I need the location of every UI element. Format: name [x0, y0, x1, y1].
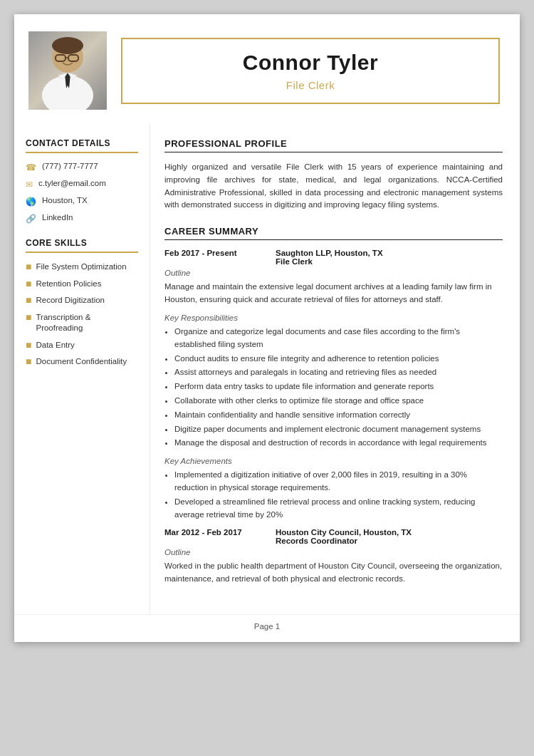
skills-section-title: CORE SKILLS [26, 238, 138, 253]
list-item: Collaborate with other clerks to optimiz… [174, 395, 503, 408]
resume-page: Connor Tyler File Clerk CONTACT DETAILS … [14, 14, 520, 642]
skill-bullet-icon: ■ [26, 356, 31, 367]
job-dates-1: Feb 2017 - Present [164, 249, 264, 266]
job-role-1: File Clerk [276, 257, 313, 266]
skill-bullet-icon: ■ [26, 312, 31, 323]
skill-6: ■ Document Confidentiality [26, 356, 138, 368]
job-employer-2: Houston City Council, Houston, TX [276, 528, 412, 537]
page-footer: Page 1 [14, 614, 520, 642]
profile-section-title: PROFESSIONAL PROFILE [164, 138, 503, 152]
job-dates-2: Mar 2012 - Feb 2017 [164, 528, 264, 545]
list-item: Developed a streamlined file retrieval p… [174, 496, 503, 522]
skill-text: Data Entry [36, 340, 74, 351]
skill-5: ■ Data Entry [26, 340, 138, 351]
header-title-box: Connor Tyler File Clerk [121, 38, 500, 104]
job-outline-1: Manage and maintain the extensive legal … [164, 281, 503, 306]
list-item: Assist attorneys and paralegals in locat… [174, 366, 503, 379]
skill-text: File System Optimization [36, 262, 126, 273]
skill-2: ■ Retention Policies [26, 279, 138, 290]
avatar [28, 31, 107, 110]
list-item: Digitize paper documents and implement e… [174, 423, 503, 436]
achievements-list-1: Implemented a digitization initiative of… [164, 469, 503, 521]
email-icon: ✉ [26, 180, 33, 190]
phone-icon: ☎ [26, 162, 36, 172]
email-text: c.tyler@email.com [38, 179, 106, 187]
list-item: Implemented a digitization initiative of… [174, 469, 503, 494]
list-item: Organize and categorize legal documents … [174, 326, 503, 351]
list-item: Manage the disposal and destruction of r… [174, 437, 503, 450]
job-header-2: Mar 2012 - Feb 2017 Houston City Council… [164, 528, 503, 545]
job-info-1: Saughton LLP, Houston, TX File Clerk [276, 249, 383, 266]
job-role-2: Records Coordinator [276, 537, 357, 545]
job-outline-2: Worked in the public health department o… [164, 560, 503, 586]
outline-label-1: Outline [164, 269, 503, 277]
list-item: Maintain confidentiality and handle sens… [174, 409, 503, 422]
body: CONTACT DETAILS ☎ (777) 777-7777 ✉ c.tyl… [14, 124, 520, 614]
skill-bullet-icon: ■ [26, 279, 31, 289]
job-header-1: Feb 2017 - Present Saughton LLP, Houston… [164, 249, 503, 266]
career-section-title: CAREER SUMMARY [164, 226, 503, 240]
linkedin-text: LinkedIn [42, 213, 73, 222]
responsibilities-label-1: Key Responsibilities [164, 314, 503, 322]
skill-text: Transcription & Proofreading [36, 312, 138, 334]
candidate-name: Connor Tyler [137, 51, 484, 75]
phone-text: (777) 777-7777 [42, 162, 98, 170]
header: Connor Tyler File Clerk [14, 14, 520, 124]
location-icon: 🌎 [26, 197, 36, 207]
skill-text: Retention Policies [36, 279, 101, 290]
sidebar: CONTACT DETAILS ☎ (777) 777-7777 ✉ c.tyl… [14, 124, 150, 614]
contact-email: ✉ c.tyler@email.com [26, 179, 138, 190]
page-number: Page 1 [254, 622, 280, 631]
skill-text: Record Digitization [36, 295, 105, 306]
location-text: Houston, TX [42, 196, 88, 204]
list-item: Perform data entry tasks to update file … [174, 380, 503, 393]
list-item: Conduct audits to ensure file integrity … [174, 353, 503, 366]
skill-bullet-icon: ■ [26, 262, 31, 272]
job-entry-2: Mar 2012 - Feb 2017 Houston City Council… [164, 528, 503, 586]
achievements-label-1: Key Achievements [164, 457, 503, 465]
job-employer-1: Saughton LLP, Houston, TX [276, 249, 383, 257]
contact-phone: ☎ (777) 777-7777 [26, 162, 138, 172]
skill-bullet-icon: ■ [26, 295, 31, 306]
svg-point-3 [52, 37, 83, 54]
skill-4: ■ Transcription & Proofreading [26, 312, 138, 334]
outline-label-2: Outline [164, 548, 503, 556]
skill-3: ■ Record Digitization [26, 295, 138, 306]
profile-text: Highly organized and versatile File Cler… [164, 161, 503, 212]
candidate-job-title: File Clerk [137, 79, 484, 91]
main-content: PROFESSIONAL PROFILE Highly organized an… [150, 124, 520, 614]
skill-1: ■ File System Optimization [26, 262, 138, 273]
contact-linkedin: 🔗 LinkedIn [26, 213, 138, 224]
contact-section-title: CONTACT DETAILS [26, 138, 138, 153]
contact-location: 🌎 Houston, TX [26, 196, 138, 207]
job-entry-1: Feb 2017 - Present Saughton LLP, Houston… [164, 249, 503, 521]
skill-text: Document Confidentiality [36, 356, 127, 368]
skill-bullet-icon: ■ [26, 340, 31, 351]
link-icon: 🔗 [26, 214, 36, 224]
responsibilities-list-1: Organize and categorize legal documents … [164, 326, 503, 450]
job-info-2: Houston City Council, Houston, TX Record… [276, 528, 412, 545]
